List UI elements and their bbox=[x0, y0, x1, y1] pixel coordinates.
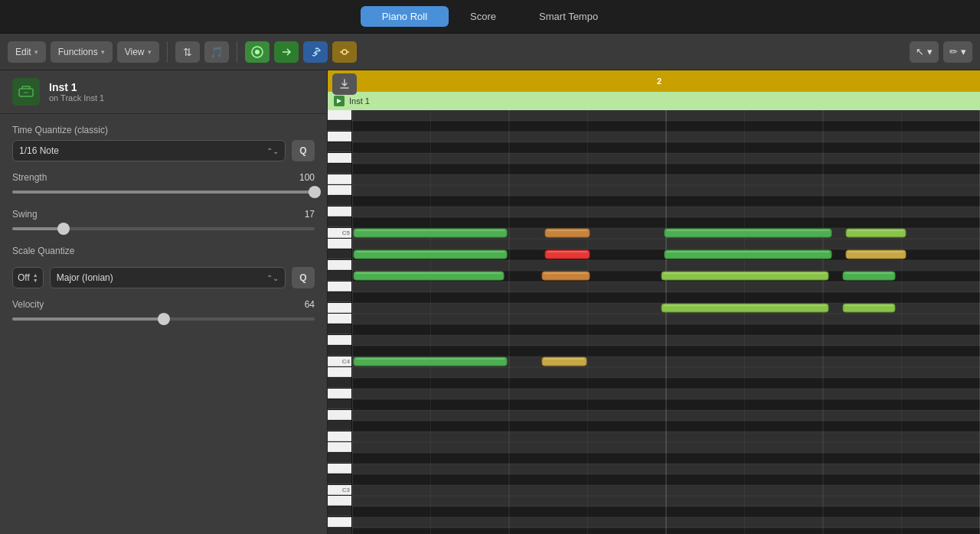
green2-icon-btn[interactable] bbox=[274, 41, 299, 63]
piano-key-Gb5[interactable] bbox=[328, 164, 351, 174]
piano-key-Ab4[interactable] bbox=[328, 271, 351, 281]
piano-key-B5[interactable] bbox=[328, 110, 351, 120]
blue-icon-btn[interactable] bbox=[303, 41, 328, 63]
piano-key-D4[interactable] bbox=[328, 335, 351, 345]
velocity-slider-thumb[interactable] bbox=[158, 313, 170, 325]
cursor-pencil-chevron-icon: ▾ bbox=[961, 46, 966, 57]
piano-key-Bb2[interactable] bbox=[328, 506, 351, 516]
track-name: Inst 1 bbox=[349, 96, 370, 106]
piano-key-A4[interactable] bbox=[328, 260, 351, 270]
piano-key-E3[interactable] bbox=[328, 442, 351, 452]
piano-key-Db4[interactable] bbox=[328, 346, 351, 356]
chain-icon bbox=[338, 45, 351, 59]
strength-label: Strength bbox=[12, 172, 47, 183]
piano-key-Eb3[interactable] bbox=[328, 453, 351, 463]
piano-key-Eb5[interactable] bbox=[328, 196, 351, 206]
piano-key-D5[interactable] bbox=[328, 207, 351, 217]
tab-smart-tempo[interactable]: Smart Tempo bbox=[518, 6, 619, 27]
piano-key-Bb3[interactable] bbox=[328, 378, 351, 388]
download-button[interactable] bbox=[332, 73, 357, 95]
piano-key-Ab5[interactable] bbox=[328, 142, 351, 152]
piano-key-Db3[interactable] bbox=[328, 474, 351, 484]
scale-quantize-section: Scale Quantize Off ▲▼ Major (Ionian) ⌃⌄ … bbox=[12, 246, 315, 288]
quantize-select[interactable]: 1/16 Note ⌃⌄ bbox=[12, 140, 286, 161]
cursor-pencil-btn[interactable]: ✏ ▾ bbox=[943, 41, 972, 63]
swing-slider-fill bbox=[12, 227, 64, 230]
download-icon bbox=[338, 78, 351, 90]
piano-key-Ab2[interactable] bbox=[328, 528, 351, 534]
piano-key-G5[interactable] bbox=[328, 153, 351, 163]
edit-button[interactable]: Edit ▾ bbox=[8, 41, 46, 63]
svg-point-1 bbox=[255, 50, 260, 54]
piano-key-F4[interactable] bbox=[328, 303, 351, 313]
piano-key-C4[interactable]: C4 bbox=[328, 357, 351, 366]
piano-key-Gb4[interactable] bbox=[328, 292, 351, 302]
piano-key-A3[interactable] bbox=[328, 389, 351, 399]
piano-key-D3[interactable] bbox=[328, 464, 351, 474]
piano-key-Db5[interactable] bbox=[328, 217, 351, 227]
velocity-slider-fill bbox=[12, 317, 164, 321]
piano-key-C3[interactable]: C3 bbox=[328, 485, 351, 495]
instrument-track: on Track Inst 1 bbox=[49, 93, 104, 103]
functions-button[interactable]: Functions ▾ bbox=[51, 41, 113, 63]
piano-key-Ab3[interactable] bbox=[328, 399, 351, 409]
track-play-button[interactable] bbox=[334, 96, 345, 106]
toolbar-divider-1 bbox=[167, 41, 168, 63]
piano-key-C5[interactable]: C5 bbox=[328, 228, 351, 238]
toolbar: Edit ▾ Functions ▾ View ▾ ⇅ 🎵 bbox=[0, 34, 980, 70]
instrument-header: Inst 1 on Track Inst 1 bbox=[0, 70, 327, 114]
strength-slider-thumb[interactable] bbox=[309, 186, 321, 198]
swing-slider-track[interactable] bbox=[12, 227, 315, 230]
view-button[interactable]: View ▾ bbox=[117, 41, 159, 63]
piano-key-Eb4[interactable] bbox=[328, 324, 351, 334]
mixer-icon-btn[interactable]: ⇅ bbox=[175, 41, 200, 63]
quantize-select-arrow: ⌃⌄ bbox=[266, 147, 279, 155]
piano-key-B2[interactable] bbox=[328, 496, 351, 506]
instrument-icon bbox=[12, 78, 40, 106]
piano-key-F5[interactable] bbox=[328, 174, 351, 184]
scale-q-button[interactable]: Q bbox=[292, 267, 315, 288]
key-icon-btn[interactable]: 🎵 bbox=[204, 41, 229, 63]
quantize-q-button[interactable]: Q bbox=[292, 140, 315, 161]
piano-key-B4[interactable] bbox=[328, 239, 351, 249]
gold-icon-btn[interactable] bbox=[332, 41, 357, 63]
swing-value: 17 bbox=[305, 209, 315, 220]
toolbar-divider-2 bbox=[237, 41, 237, 63]
piano-key-F3[interactable] bbox=[328, 431, 351, 441]
cursor-arrow-btn[interactable]: ↖ ▾ bbox=[910, 41, 939, 63]
note-grid[interactable] bbox=[352, 110, 980, 534]
piano-key-G3[interactable] bbox=[328, 410, 351, 420]
piano-key-G4[interactable] bbox=[328, 282, 351, 291]
midi-icon-btn[interactable] bbox=[245, 41, 270, 63]
piano-key-A2[interactable] bbox=[328, 517, 351, 527]
piano-key-E5[interactable] bbox=[328, 185, 351, 195]
piano-key-B3[interactable] bbox=[328, 367, 351, 377]
strength-section: Strength 100 bbox=[12, 172, 315, 198]
piano-key-Bb4[interactable] bbox=[328, 249, 351, 259]
tab-score[interactable]: Score bbox=[449, 6, 518, 27]
ruler: 1 2 bbox=[328, 70, 980, 92]
velocity-value: 64 bbox=[305, 299, 315, 310]
scale-off-select[interactable]: Off ▲▼ bbox=[12, 267, 44, 288]
piano-roll-container: 1 2 Inst 1 C5C4C3 bbox=[328, 70, 980, 534]
quantize-row: 1/16 Note ⌃⌄ Q bbox=[12, 140, 315, 161]
instrument-svg bbox=[17, 83, 35, 101]
piano-keys: C5C4C3 bbox=[328, 110, 352, 534]
piano-key-E4[interactable] bbox=[328, 314, 351, 324]
velocity-slider-track[interactable] bbox=[12, 317, 315, 321]
piano-key-Gb3[interactable] bbox=[328, 421, 351, 431]
time-quantize-label: Time Quantize (classic) bbox=[12, 125, 315, 135]
swing-slider-thumb[interactable] bbox=[57, 223, 70, 235]
edit-chevron-icon: ▾ bbox=[34, 48, 38, 56]
piano-key-Bb5[interactable] bbox=[328, 121, 351, 131]
scale-type-select[interactable]: Major (Ionian) ⌃⌄ bbox=[50, 267, 286, 288]
piano-key-A5[interactable] bbox=[328, 132, 351, 142]
toolbar-right: ↖ ▾ ✏ ▾ bbox=[910, 41, 972, 63]
scale-row: Off ▲▼ Major (Ionian) ⌃⌄ Q bbox=[12, 267, 315, 288]
swing-label: Swing bbox=[12, 209, 38, 220]
tab-piano-roll[interactable]: Piano Roll bbox=[361, 6, 449, 27]
ruler-mark-2: 2 bbox=[657, 77, 662, 86]
arrow-icon bbox=[279, 45, 293, 59]
play-icon bbox=[336, 98, 342, 104]
strength-slider-track[interactable] bbox=[12, 190, 315, 194]
